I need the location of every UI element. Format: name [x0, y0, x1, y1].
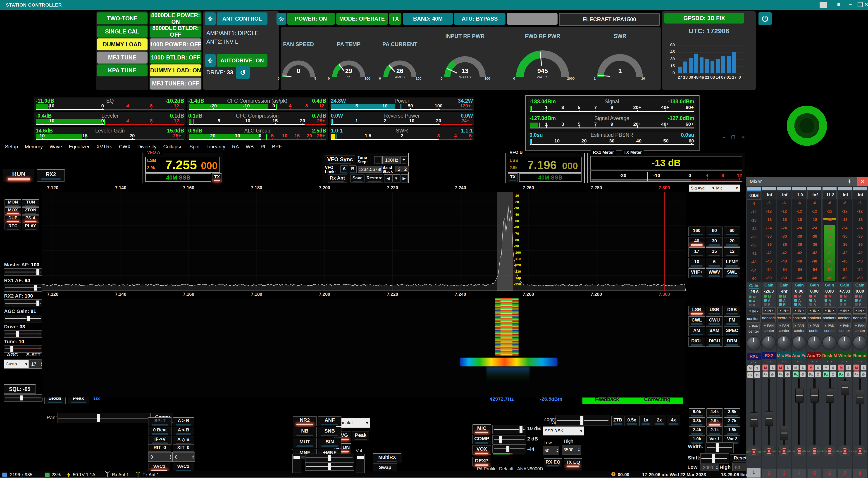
menu-item-spot[interactable]: Spot — [189, 144, 199, 150]
mic-select[interactable]: Mic▾ — [714, 184, 740, 192]
vac2-button[interactable]: VAC2 — [173, 463, 194, 472]
pan-select[interactable]: ▾PAN — [793, 323, 805, 328]
menu-item-setup[interactable]: Setup — [5, 144, 18, 150]
filter-button-5-0k[interactable]: 5.0k — [689, 408, 705, 417]
mute-button[interactable]: M — [747, 365, 753, 371]
zoom-button-1x[interactable]: 1x — [640, 416, 652, 426]
fader-handle[interactable] — [826, 388, 834, 403]
mic-slider[interactable] — [492, 424, 526, 434]
vac1-button[interactable]: VAC1 — [148, 463, 170, 472]
band-button-12[interactable]: 12 — [724, 247, 740, 257]
slider-rx2-af-handle[interactable] — [36, 300, 40, 306]
pan-b-slider[interactable] — [305, 462, 354, 471]
zoom-button-0-5x[interactable]: 0.5x — [624, 416, 639, 426]
fader-handle[interactable] — [780, 426, 788, 440]
left-button-ps-a[interactable]: PS-A — [22, 215, 39, 223]
band-button-vhf[interactable]: VHF+ — [688, 268, 705, 278]
rit-stepper[interactable]: 0 ▲▼ — [148, 452, 173, 462]
width-slider[interactable] — [706, 442, 734, 453]
tx-low-stepper[interactable]: 50 ▲▼ — [542, 446, 559, 455]
top-button-power-on[interactable]: POWER: ON — [287, 13, 335, 25]
dexp-button[interactable]: DEXP — [472, 457, 491, 467]
mode-button-spec[interactable]: SPEC — [724, 327, 740, 336]
stepper-arrows-icon[interactable]: ▲▼ — [169, 454, 172, 459]
slider-tune[interactable] — [4, 345, 42, 353]
comp-slider[interactable] — [492, 435, 526, 445]
pan-select[interactable]: ▾PAN — [808, 323, 820, 328]
pan-knob[interactable] — [822, 333, 837, 352]
vol1-slider-handle[interactable] — [293, 456, 301, 459]
filter-button-3-8k[interactable]: 3.8k — [724, 408, 740, 417]
pan-knob[interactable] — [777, 333, 791, 352]
rx1-meter-tab[interactable]: RX1 Meter — [591, 150, 616, 155]
fx-button[interactable]: Fx — [823, 372, 829, 377]
channel-m-toggle[interactable]: M — [746, 295, 761, 299]
mixer-tab-3[interactable]: 3 — [777, 469, 791, 478]
fx-button[interactable]: Fx — [793, 372, 799, 377]
mute-button[interactable]: M — [777, 365, 784, 371]
fader-handle[interactable] — [810, 388, 819, 403]
resize-grip[interactable]: ⠿ — [741, 473, 744, 477]
drive-reset-button[interactable]: ↺ — [236, 66, 250, 79]
channel-r-toggle[interactable]: R — [807, 302, 822, 306]
channel-r-toggle[interactable]: R — [746, 303, 761, 307]
top-button-atu-bypass[interactable]: ATU: BYPASS — [454, 13, 505, 25]
left-button-play[interactable]: PLAY — [22, 223, 39, 230]
channel-a-toggle[interactable]: A — [852, 298, 867, 302]
mute-button[interactable]: M — [808, 365, 814, 371]
filter-button-2-4k[interactable]: 2.4k — [689, 426, 705, 435]
arrow-left-button[interactable]: ◀ — [384, 174, 392, 182]
tuning-knob[interactable] — [787, 106, 827, 146]
pan-knob[interactable] — [762, 333, 776, 352]
width-slider-handle[interactable] — [715, 443, 719, 452]
top-button-blank[interactable] — [507, 13, 558, 25]
dsp-button-nr2[interactable]: NR2 — [293, 416, 316, 426]
vol2-slider[interactable] — [356, 453, 365, 473]
restore-button[interactable]: Restore — [366, 175, 383, 182]
tx-high-stepper[interactable]: 3500 ▲▼ — [562, 445, 581, 454]
band-button-10[interactable]: 10 — [688, 258, 705, 268]
power-settings-button[interactable] — [277, 13, 286, 25]
phase-button[interactable]: Ø — [845, 372, 851, 377]
filter-button-3-3k[interactable]: 3.3k — [689, 417, 705, 426]
pan-knob[interactable] — [837, 333, 852, 352]
zoom-button-ztb[interactable]: ZTB — [611, 416, 624, 426]
split-button-a-b[interactable]: A ◇ B — [173, 436, 194, 445]
channel-r-toggle[interactable]: R — [852, 302, 867, 306]
dsp-button-nb[interactable]: NB — [293, 427, 316, 437]
pan-knob[interactable] — [852, 333, 867, 352]
bg-close-icon[interactable]: ✕ — [741, 135, 745, 141]
band-button-80[interactable]: 80 — [706, 227, 723, 236]
mute-button[interactable]: M — [762, 365, 769, 371]
solo-button[interactable]: S — [830, 365, 836, 370]
pan-select[interactable]: ▾PAN — [748, 323, 760, 329]
phase-button[interactable]: Ø — [861, 372, 866, 377]
band-button-lfmf[interactable]: LFMF — [724, 258, 740, 268]
pan-b-slider-handle[interactable] — [328, 463, 331, 470]
pan-select[interactable]: ▾PAN — [763, 323, 775, 328]
menu-item-bpf[interactable]: BPF — [272, 144, 282, 150]
comp-button[interactable]: COMP — [472, 435, 491, 444]
menu-item-equalizer[interactable]: Equalizer — [69, 144, 90, 150]
amp-button-dummy-load-on[interactable]: DUMMY LOAD: ON — [150, 64, 202, 76]
pan-knob[interactable] — [807, 333, 822, 352]
menu-item-ra[interactable]: RA — [232, 144, 239, 150]
channel-header[interactable] — [853, 187, 867, 191]
ant-settings-button[interactable] — [205, 12, 216, 25]
gpsdo-button[interactable]: GPSDO: 3D FIX — [664, 13, 744, 24]
top-button-band-40m[interactable]: BAND: 40M — [403, 13, 453, 25]
vfo-b-band-box[interactable]: 40M SSB — [519, 173, 582, 182]
comp-slider-handle[interactable] — [499, 436, 502, 444]
pan-select[interactable]: ▾PAN — [839, 323, 850, 328]
zoom-slider-handle[interactable] — [580, 416, 584, 425]
slider-master-af[interactable] — [4, 268, 42, 276]
filter-button-2-9k[interactable]: 2.9k — [707, 417, 723, 426]
channel-header[interactable] — [823, 187, 837, 191]
vfo-a-display[interactable]: LSB 2.9k 7.255 000 — [145, 157, 220, 173]
record-enable[interactable]: •<br>••<br>• — [837, 445, 852, 457]
agc-select[interactable]: Custo▾ — [4, 360, 29, 369]
dsp-button-mut[interactable]: MUT — [293, 438, 316, 448]
pan-a-slider[interactable] — [305, 453, 354, 462]
mixer-close-icon[interactable]: ✕ — [857, 177, 868, 186]
channel-r-toggle[interactable]: R — [777, 302, 791, 306]
